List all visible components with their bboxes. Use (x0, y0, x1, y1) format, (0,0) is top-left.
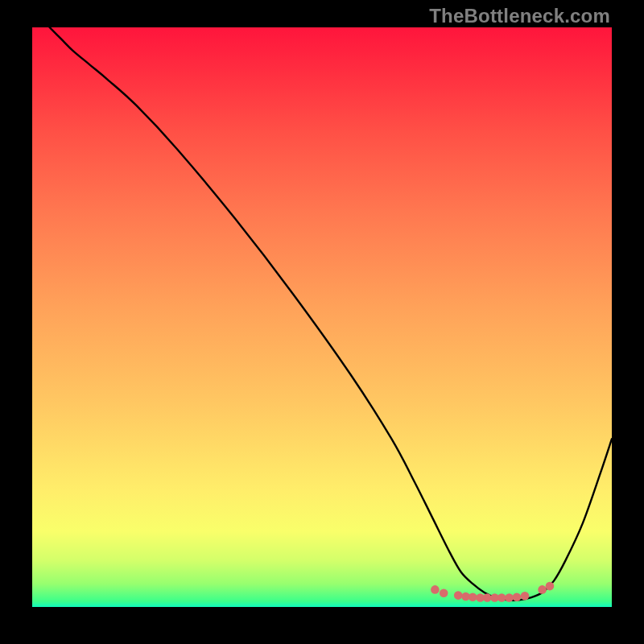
dots-svg (32, 27, 612, 607)
watermark-text: TheBottleneck.com (429, 5, 610, 27)
marker-dot (454, 591, 463, 600)
marker-dot (546, 582, 555, 591)
marker-dots (431, 582, 554, 602)
marker-dot (497, 593, 506, 602)
marker-dot (469, 592, 477, 601)
marker-dot (513, 592, 522, 601)
marker-dot (431, 585, 440, 594)
marker-dot (538, 585, 547, 594)
marker-dot (483, 593, 492, 602)
marker-dot (505, 593, 514, 602)
marker-dot (440, 588, 448, 597)
marker-dot (521, 592, 530, 601)
